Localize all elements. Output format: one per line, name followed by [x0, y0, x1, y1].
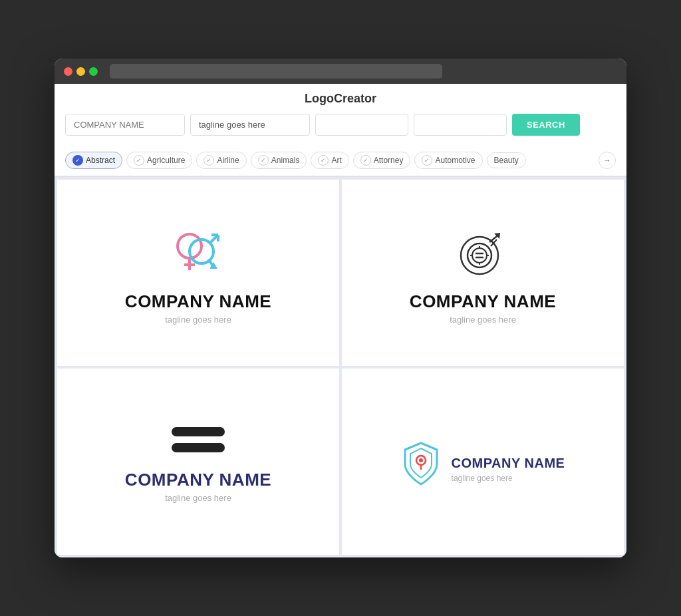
category-attorney[interactable]: ✓ Attorney: [353, 152, 411, 169]
shield-icon: [401, 440, 441, 487]
logo3-tagline: tagline goes here: [165, 493, 231, 503]
category-art[interactable]: ✓ Art: [311, 152, 348, 169]
category-abstract[interactable]: ✓ Abstract: [65, 152, 122, 169]
svg-point-9: [461, 237, 498, 274]
category-label-beauty: Beauty: [494, 156, 519, 165]
svg-point-22: [419, 458, 423, 462]
titlebar: [55, 59, 626, 84]
logo-grid: COMPANY NAME tagline goes here: [55, 177, 626, 557]
category-bar: ✓ Abstract ✓ Agriculture ✓ Airline ✓ Ani…: [55, 145, 626, 176]
category-automotive[interactable]: ✓ Automotive: [414, 152, 482, 169]
logo2-company-name: COMPANY NAME: [410, 291, 556, 312]
logo4-text-block: COMPANY NAME tagline goes here: [452, 445, 565, 483]
search-bar: SEARCH: [55, 114, 626, 145]
logo-card-1[interactable]: COMPANY NAME tagline goes here: [57, 180, 339, 366]
app-title: LogoCreator: [55, 92, 626, 106]
maximize-button[interactable]: [89, 67, 98, 76]
check-icon-art: ✓: [318, 155, 329, 166]
gender-symbol-icon: [168, 228, 228, 281]
app-header: LogoCreator SEARCH ✓ Abstract ✓ Agricult…: [55, 84, 626, 177]
logo1-tagline: tagline goes here: [165, 315, 231, 325]
category-label-automotive: Automotive: [435, 156, 475, 165]
shield-logo-container: COMPANY NAME tagline goes here: [401, 440, 565, 487]
url-bar: [110, 64, 442, 78]
category-animals[interactable]: ✓ Animals: [251, 152, 307, 169]
extra-input-2[interactable]: [414, 114, 507, 136]
check-icon-abstract: ✓: [72, 155, 83, 166]
company-name-input[interactable]: [65, 114, 185, 136]
check-icon-attorney: ✓: [360, 155, 371, 166]
close-button[interactable]: [64, 67, 72, 76]
logo1-company-name: COMPANY NAME: [125, 291, 271, 312]
search-button[interactable]: SEARCH: [512, 114, 580, 136]
logo4-tagline: tagline goes here: [452, 474, 565, 483]
svg-point-11: [472, 248, 487, 263]
category-next-arrow[interactable]: →: [599, 152, 616, 169]
minimize-button[interactable]: [76, 67, 85, 76]
check-icon-automotive: ✓: [422, 155, 432, 166]
lines-icon: [172, 427, 225, 452]
category-airline[interactable]: ✓ Airline: [196, 152, 246, 169]
category-label-airline: Airline: [217, 156, 239, 165]
category-label-agriculture: Agriculture: [147, 156, 185, 165]
category-beauty[interactable]: Beauty: [487, 152, 526, 168]
category-label-abstract: Abstract: [86, 156, 115, 165]
category-label-art: Art: [331, 156, 341, 165]
category-label-animals: Animals: [271, 156, 300, 165]
traffic-lights: [64, 67, 98, 76]
check-icon-agriculture: ✓: [134, 155, 144, 166]
check-icon-animals: ✓: [258, 155, 269, 166]
logo4-company-name: COMPANY NAME: [452, 456, 565, 471]
extra-input-1[interactable]: [315, 114, 408, 136]
logo-card-4[interactable]: COMPANY NAME tagline goes here: [342, 369, 624, 555]
category-agriculture[interactable]: ✓ Agriculture: [126, 152, 192, 169]
logo2-tagline: tagline goes here: [450, 315, 516, 325]
logo-card-3[interactable]: COMPANY NAME tagline goes here: [57, 369, 339, 555]
category-label-attorney: Attorney: [374, 156, 404, 165]
check-icon-airline: ✓: [204, 155, 214, 166]
logo-card-2[interactable]: COMPANY NAME tagline goes here: [342, 180, 624, 366]
logo-line-2: [172, 443, 225, 452]
target-gear-icon: [453, 228, 513, 281]
logo-line-1: [172, 427, 225, 436]
tagline-input[interactable]: [190, 114, 310, 136]
app-window: LogoCreator SEARCH ✓ Abstract ✓ Agricult…: [55, 59, 626, 557]
logo3-company-name: COMPANY NAME: [125, 470, 271, 490]
